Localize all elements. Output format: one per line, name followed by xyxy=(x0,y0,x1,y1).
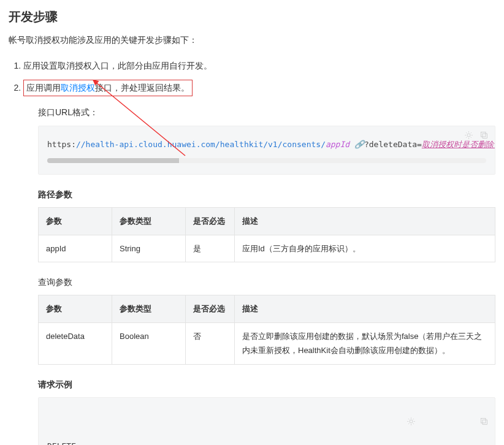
svg-line-7 xyxy=(466,137,467,137)
cell-type: Boolean xyxy=(112,322,186,364)
cell-req: 是 xyxy=(186,235,235,262)
th-desc: 描述 xyxy=(235,295,495,322)
copy-icon[interactable] xyxy=(422,401,489,445)
request-example-block: DELETE https://health-api.cloud.huawei.c… xyxy=(38,397,495,445)
svg-line-16 xyxy=(408,419,409,420)
url-scheme: https: xyxy=(47,140,76,149)
svg-rect-10 xyxy=(481,132,486,137)
step-1: 应用设置取消授权入口，此部分由应用自行开发。 xyxy=(23,58,495,74)
cell-param: appId xyxy=(39,235,112,262)
th-desc: 描述 xyxy=(235,208,495,235)
svg-rect-20 xyxy=(483,420,487,425)
svg-line-8 xyxy=(471,132,472,133)
cell-desc: 应用Id（三方自身的应用标识）。 xyxy=(235,235,495,262)
th-param: 参数 xyxy=(39,208,112,235)
step-2-highlight: 应用调用取消授权接口，并处理返回结果。 xyxy=(23,80,193,96)
path-params-table: 参数 参数类型 是否必选 描述 appId String 是 应用Id（三方自身… xyxy=(38,207,495,262)
code-toolbar xyxy=(464,130,489,144)
cell-param: deleteData xyxy=(39,322,112,364)
table-row: appId String 是 应用Id（三方自身的应用标识）。 xyxy=(39,235,495,262)
cell-desc: 是否立即删除该应用创建的数据，默认场景为false（若用户在三天之内未重新授权，… xyxy=(235,322,495,364)
theme-icon[interactable] xyxy=(349,401,416,445)
steps-list: 应用设置取消授权入口，此部分由应用自行开发。 应用调用取消授权接口，并处理返回结… xyxy=(9,58,495,445)
url-format-label: 接口URL格式： xyxy=(38,105,495,120)
svg-line-6 xyxy=(471,137,472,137)
svg-point-0 xyxy=(467,134,470,137)
svg-line-17 xyxy=(413,424,414,424)
th-param: 参数 xyxy=(39,295,112,322)
step-2-content: 接口URL格式： https://health-api.cloud.huawei… xyxy=(38,105,495,445)
query-params-table: 参数 参数类型 是否必选 描述 deleteData Boolean 否 是否立… xyxy=(38,295,495,364)
cancel-auth-link[interactable]: 取消授权 xyxy=(61,83,95,93)
url-query: ?deleteData= xyxy=(364,140,422,149)
copy-icon[interactable] xyxy=(479,130,489,144)
link-icon: 🔗 xyxy=(354,140,364,149)
url-rest: //health-api.cloud.huawei.com/healthkit/… xyxy=(76,140,326,149)
table-row: deleteData Boolean 否 是否立即删除该应用创建的数据，默认场景… xyxy=(39,322,495,364)
table-header-row: 参数 参数类型 是否必选 描述 xyxy=(39,295,495,322)
url-param-appid: appId 🔗 xyxy=(326,140,364,149)
req-method: DELETE xyxy=(47,441,76,445)
page-heading: 开发步骤 xyxy=(9,9,495,25)
step-2-pre: 应用调用 xyxy=(26,83,61,93)
cell-type: String xyxy=(112,235,186,262)
url-code-block: https://health-api.cloud.huawei.com/heal… xyxy=(38,126,495,175)
step-2: 应用调用取消授权接口，并处理返回结果。 接口URL格式： https://hea… xyxy=(23,80,495,445)
request-example-title: 请求示例 xyxy=(38,377,495,392)
horizontal-scrollbar[interactable] xyxy=(47,158,486,163)
code-toolbar xyxy=(349,401,489,445)
cell-req: 否 xyxy=(186,322,235,364)
table-header-row: 参数 参数类型 是否必选 描述 xyxy=(39,208,495,235)
th-required: 是否必选 xyxy=(186,208,235,235)
step-2-post: 接口，并处理返回结果。 xyxy=(95,83,189,93)
query-params-title: 查询参数 xyxy=(38,275,495,290)
svg-point-11 xyxy=(410,420,413,423)
th-type: 参数类型 xyxy=(112,295,186,322)
svg-rect-21 xyxy=(481,419,486,424)
path-params-title: 路径参数 xyxy=(38,187,495,202)
svg-line-5 xyxy=(466,132,467,133)
th-required: 是否必选 xyxy=(186,295,235,322)
url-code-line: https://health-api.cloud.huawei.com/heal… xyxy=(47,137,486,153)
intro-text: 帐号取消授权功能涉及应用的关键开发步骤如下： xyxy=(9,35,495,46)
svg-line-18 xyxy=(408,424,409,424)
svg-rect-9 xyxy=(483,134,487,139)
th-type: 参数类型 xyxy=(112,208,186,235)
svg-line-19 xyxy=(413,419,414,420)
theme-icon[interactable] xyxy=(464,130,473,144)
